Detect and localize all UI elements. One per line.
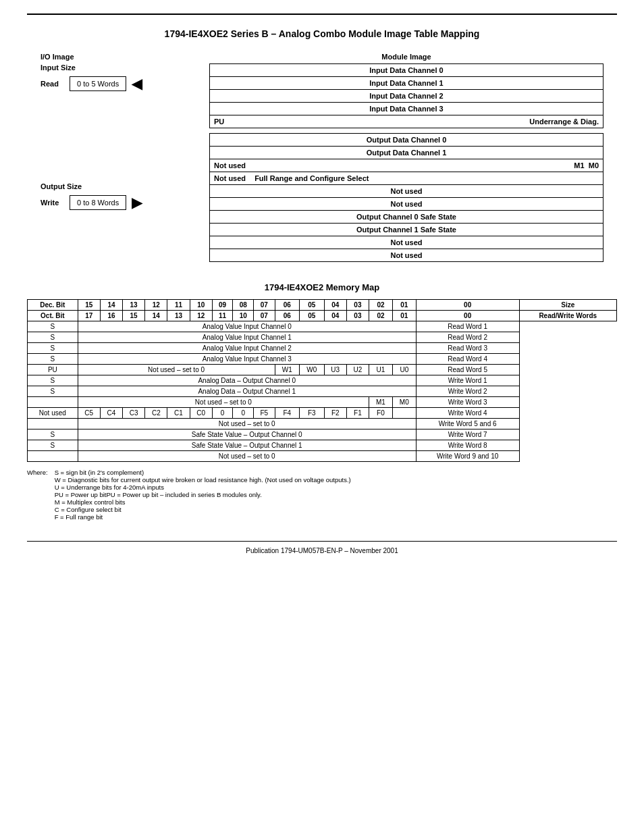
row-r3-size: Read Word 3 <box>416 343 519 354</box>
row-w8-content: Safe State Value – Output Channel 1 <box>78 440 416 451</box>
table-row: Not used – set to 0 Write Word 5 and 6 <box>28 419 617 429</box>
row-r5-size: Read Word 5 <box>416 365 519 375</box>
mi-output-ch0: Output Data Channel 0 <box>210 134 603 147</box>
note-line-5: M = Multiplex control bits <box>55 498 351 506</box>
row-w4-c1: C1 <box>167 408 190 419</box>
col-04o: 04 <box>324 311 346 321</box>
module-image-title: Module Image <box>209 53 603 61</box>
notes-where-label: Where: <box>27 469 48 521</box>
row-r5-notused: Not used – set to 0 <box>78 365 275 375</box>
row-r5-u3: U3 <box>324 365 346 375</box>
col-dec-bit: Dec. Bit <box>28 300 78 311</box>
mi-not-used-fullrange: Not used Full Range and Configure Select <box>210 172 603 185</box>
footer-text: Publication 1794-UM057B-EN-P – November … <box>246 547 398 554</box>
table-row: S Analog Data – Output Channel 0 Write W… <box>28 375 617 386</box>
col-16: 16 <box>100 311 122 321</box>
mi-pu-cell: PU Underrange & Diag. <box>210 115 603 128</box>
row-w3-size: Write Word 3 <box>416 397 519 408</box>
note-line-6: C = Configure select bit <box>55 506 351 513</box>
col-05: 05 <box>300 300 325 311</box>
col-11o: 11 <box>212 311 233 321</box>
table-row: S Analog Value Input Channel 2 Read Word… <box>28 343 617 354</box>
mi-input-ch3: Input Data Channel 3 <box>210 103 603 115</box>
row-w4-0b: 0 <box>233 408 254 419</box>
row-w4-f5: F5 <box>254 408 275 419</box>
row-w1-size: Write Word 1 <box>416 375 519 386</box>
row-r2-size: Read Word 2 <box>416 332 519 343</box>
col-15o: 15 <box>123 311 145 321</box>
row-w2-size: Write Word 2 <box>416 386 519 397</box>
row-w2-content: Analog Data – Output Channel 1 <box>78 386 416 397</box>
col-15: 15 <box>78 300 100 311</box>
col-17: 17 <box>78 311 100 321</box>
row-r4-content: Analog Value Input Channel 3 <box>78 354 416 365</box>
col-14: 14 <box>100 300 122 311</box>
table-row: S Safe State Value – Output Channel 0 Wr… <box>28 429 617 440</box>
col-03o: 03 <box>346 311 369 321</box>
col-size: Size <box>519 300 616 311</box>
table-row: S Analog Data – Output Channel 1 Write W… <box>28 386 617 397</box>
mi-not-used-3: Not used <box>210 236 603 249</box>
row-w910-notused: Not used – set to 0 <box>78 451 416 462</box>
table-row: Not used – set to 0 M1 M0 Write Word 3 <box>28 397 617 408</box>
row-w56-notused: Not used – set to 0 <box>78 419 416 429</box>
note-line-3: U = Underrange bits for 4-20mA inputs <box>55 484 351 491</box>
col-10: 10 <box>190 300 212 311</box>
col-oct-bit: Oct. Bit <box>28 311 78 321</box>
table-row: Not used C5 C4 C3 C2 C1 C0 0 0 F5 F4 F3 … <box>28 408 617 419</box>
note-line-2: W = Diagnostic bits for current output w… <box>55 476 351 484</box>
col-10o: 10 <box>233 311 254 321</box>
row-w7-content: Safe State Value – Output Channel 0 <box>78 429 416 440</box>
note-line-4: PU = Power up bitPU = Power up bit – inc… <box>55 491 351 498</box>
col-02o: 02 <box>369 311 393 321</box>
col-13o: 13 <box>167 311 190 321</box>
note-line-7: F = Full range bit <box>55 513 351 521</box>
mi-not-used-2: Not used <box>210 198 603 211</box>
table-row: S Analog Value Input Channel 3 Read Word… <box>28 354 617 365</box>
row-r3-content: Analog Value Input Channel 2 <box>78 343 416 354</box>
row-w4-c3: C3 <box>123 408 145 419</box>
col-07o: 07 <box>254 311 275 321</box>
col-12o: 12 <box>190 311 212 321</box>
mi-input-ch2: Input Data Channel 2 <box>210 90 603 103</box>
table-row: Not used – set to 0 Write Word 9 and 10 <box>28 451 617 462</box>
mi-input-ch0: Input Data Channel 0 <box>210 64 603 77</box>
row-w4-c2: C2 <box>145 408 167 419</box>
table-row: S Analog Value Input Channel 0 Read Word… <box>28 321 617 332</box>
col-12: 12 <box>145 300 167 311</box>
write-label: Write <box>41 199 64 207</box>
row-w8-size: Write Word 8 <box>416 440 519 451</box>
output-size-label: Output Size <box>41 182 189 190</box>
row-w910-size: Write Word 9 and 10 <box>416 451 519 462</box>
main-title: 1794-IE4XOE2 Series B – Analog Combo Mod… <box>27 28 617 39</box>
row-w7-size: Write Word 7 <box>416 429 519 440</box>
row-w4-c0: C0 <box>190 408 212 419</box>
row-r5-u2: U2 <box>346 365 369 375</box>
input-words-box: 0 to 5 Words <box>70 76 126 91</box>
row-w3-notused: Not used – set to 0 <box>78 397 369 408</box>
col-09: 09 <box>212 300 233 311</box>
input-size-label: Input Size <box>41 63 189 72</box>
row-w4-f1: F1 <box>346 408 369 419</box>
row-r5-u0: U0 <box>392 365 416 375</box>
mi-out-ch0-safe: Output Channel 0 Safe State <box>210 211 603 224</box>
row-r5-w1: W1 <box>275 365 300 375</box>
table-row: PU Not used – set to 0 W1 W0 U3 U2 U1 U0… <box>28 365 617 375</box>
row-w4-f3: F3 <box>300 408 325 419</box>
col-04: 04 <box>324 300 346 311</box>
row-w4-f2: F2 <box>324 408 346 419</box>
col-03: 03 <box>346 300 369 311</box>
row-w1-content: Analog Data – Output Channel 0 <box>78 375 416 386</box>
mi-output-ch1: Output Data Channel 1 <box>210 147 603 159</box>
col-05o: 05 <box>300 311 325 321</box>
row-w56-size: Write Word 5 and 6 <box>416 419 519 429</box>
mi-input-ch1: Input Data Channel 1 <box>210 77 603 90</box>
row-r4-size: Read Word 4 <box>416 354 519 365</box>
col-06o: 06 <box>275 311 300 321</box>
row-r5-w0: W0 <box>300 365 325 375</box>
row-r2-content: Analog Value Input Channel 1 <box>78 332 416 343</box>
row-w4-c5: C5 <box>78 408 100 419</box>
col-07: 07 <box>254 300 275 311</box>
output-words-box: 0 to 8 Words <box>70 195 126 210</box>
row-r1-content: Analog Value Input Channel 0 <box>78 321 416 332</box>
